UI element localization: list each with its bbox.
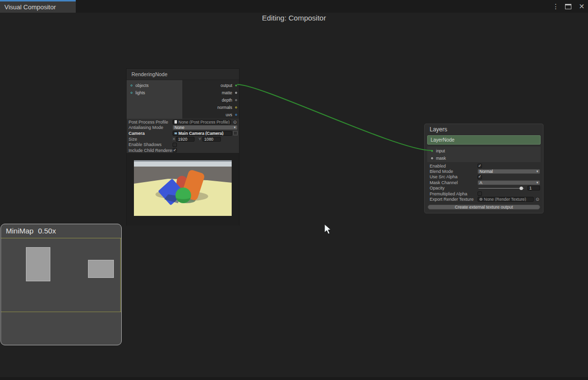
rendering-node-ports: objects lights output matte de [127,80,239,119]
chevron-down-icon: ▾ [536,181,538,185]
bottom-strip [0,377,588,380]
rendering-node-title: RenderingNode [131,71,168,77]
tab-title: Visual Compositor [4,3,56,11]
minimap-panel[interactable]: MiniMap 0.50x [0,224,122,345]
maximize-icon[interactable] [565,4,571,9]
object-picker-icon[interactable]: ⊙ [535,197,540,202]
minimap-viewport-right [120,238,121,312]
row-enabled: Enabled ✓ [425,163,543,169]
port-uvs[interactable]: uvs [218,111,237,118]
port-depth-icon[interactable] [235,99,237,101]
size-x-input[interactable]: 1920 [176,137,195,142]
row-enable-shadows: Enable Shadows [127,142,239,148]
enabled-checkbox[interactable]: ✓ [478,164,482,168]
antialiasing-mode-dropdown[interactable]: None ▾ [173,125,238,130]
menu-kebab-icon[interactable]: ⋮ [552,2,558,10]
visual-compositor-window: Visual Compositor ⋮ ✕ Editing: Composito… [0,0,588,380]
chevron-down-icon: ▾ [536,169,538,173]
port-lights[interactable]: lights [131,89,149,96]
size-y-input[interactable]: 1080 [202,137,221,142]
object-picker-icon[interactable]: ⊙ [232,120,238,125]
layer-node-ports: input mask [427,147,541,162]
chevron-down-icon: ▾ [234,126,236,129]
mask-channel-dropdown[interactable]: A ▾ [478,180,540,185]
layers-panel-title: Layers [425,124,543,135]
camera-field[interactable]: Main Camera (Camera) [173,131,232,136]
rendering-node-header[interactable]: RenderingNode [127,69,239,80]
port-mask[interactable]: mask [431,154,541,162]
opacity-slider[interactable] [478,186,525,190]
port-matte-icon[interactable] [235,92,237,94]
include-child-renderers-checkbox[interactable]: ✓ [173,148,177,152]
window-controls: ⋮ ✕ [552,0,585,13]
export-render-texture-field[interactable]: None (Render Texture) [478,197,534,202]
use-src-alpha-checkbox[interactable]: ✓ [478,175,482,179]
tab-bar: Visual Compositor ⋮ ✕ [0,0,588,13]
opacity-value-input[interactable]: 1 [527,186,540,190]
port-normals-icon[interactable] [235,106,237,108]
port-objects-icon[interactable] [131,84,132,86]
rendering-node[interactable]: RenderingNode objects lights output [126,68,240,226]
minimap-zoom-level: 0.50x [38,227,56,235]
port-input[interactable]: input [431,147,541,154]
row-size: Size X 1920 Y 1080 [127,136,239,142]
port-depth[interactable]: depth [218,96,237,104]
minimap-node-layers[interactable] [88,260,114,278]
row-camera: Camera Main Camera (Camera) [127,130,239,136]
layers-node[interactable]: Layers LayerNode input mask Enabled ✓ Bl… [424,124,544,213]
post-process-profile-field[interactable]: None (Post Process Profile) [173,120,231,125]
port-output-icon[interactable] [235,84,237,86]
texture-icon [479,198,482,201]
port-mask-icon[interactable] [431,157,433,159]
minimap-viewport-top [1,238,121,238]
layer-node-title: LayerNode [431,137,455,143]
row-opacity: Opacity 1 [425,186,543,191]
premultiplied-alpha-checkbox[interactable] [478,191,482,196]
row-premultiplied-alpha: Premultiplied Alpha [425,191,543,196]
row-export-render-texture: Export Render Texture None (Render Textu… [425,196,543,202]
create-external-texture-output-button[interactable]: Create external texture output [428,205,540,210]
render-preview-image [134,160,232,216]
slider-track [479,188,524,189]
row-blend-mode: Blend Mode Normal ▾ [425,169,543,174]
layer-node-bar[interactable]: LayerNode [427,135,541,145]
render-preview-area [127,153,239,226]
editing-title: Editing: Compositor [0,14,588,22]
tab-visual-compositor[interactable]: Visual Compositor [0,0,76,13]
row-use-src-alpha: Use Src Alpha ✓ [425,174,543,180]
mouse-cursor [324,224,332,235]
file-icon [174,120,177,124]
close-icon[interactable]: ✕ [578,2,585,10]
port-matte[interactable]: matte [218,89,237,96]
scene-picker-icon[interactable] [233,131,238,135]
layer-node-properties: Enabled ✓ Blend Mode Normal ▾ Use Src Al… [425,163,543,202]
slider-handle[interactable] [520,187,523,190]
row-antialiasing-mode: Antialiasing Mode None ▾ [127,125,239,131]
enable-shadows-checkbox[interactable] [173,143,177,147]
camera-icon [174,132,177,134]
minimap-viewport-bottom [1,312,121,312]
rendering-node-properties: Post Process Profile None (Post Process … [127,119,239,153]
port-normals[interactable]: normals [218,104,237,111]
port-input-icon[interactable] [431,150,433,152]
minimap-node-rendering[interactable] [26,247,50,281]
port-lights-icon[interactable] [131,92,132,94]
blend-mode-dropdown[interactable]: Normal ▾ [478,169,540,174]
port-output[interactable]: output [218,82,237,89]
port-objects[interactable]: objects [131,82,149,89]
row-post-process-profile: Post Process Profile None (Post Process … [127,119,239,125]
row-mask-channel: Mask Channel A ▾ [425,180,543,185]
row-include-child-renderers: Include Child Renderers ✓ [127,148,239,153]
port-uvs-icon[interactable] [235,114,237,116]
minimap-title: MiniMap 0.50x [1,224,121,235]
